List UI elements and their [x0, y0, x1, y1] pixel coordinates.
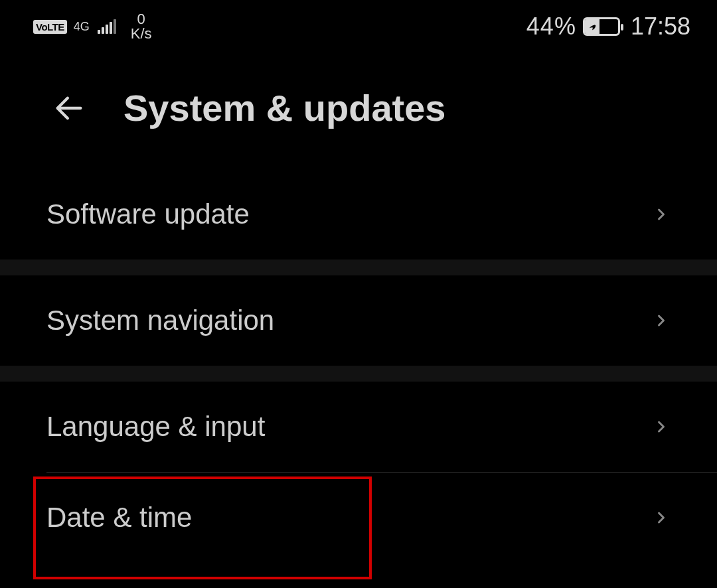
- page-header: System & updates: [0, 53, 717, 169]
- status-left: VoLTE 4G 0 K/s: [33, 12, 152, 41]
- network-speed: 0 K/s: [131, 12, 152, 41]
- signal-icon: [98, 19, 116, 34]
- settings-list: Software update System navigation Langua…: [0, 169, 717, 563]
- battery-icon: [583, 17, 620, 36]
- setting-system-navigation[interactable]: System navigation: [0, 275, 717, 366]
- chevron-right-icon: [652, 417, 671, 436]
- battery-percent: 44%: [526, 13, 576, 40]
- chevron-right-icon: [652, 311, 671, 330]
- speed-value: 0: [137, 12, 145, 27]
- arrow-left-icon: [52, 91, 86, 125]
- speed-unit: K/s: [131, 27, 152, 41]
- back-button[interactable]: [52, 91, 86, 125]
- setting-label: Software update: [46, 198, 250, 230]
- leaf-icon: [588, 22, 597, 31]
- setting-label: Date & time: [46, 502, 192, 534]
- setting-date-time[interactable]: Date & time: [0, 473, 717, 563]
- setting-label: Language & input: [46, 411, 265, 443]
- group-divider: [0, 366, 717, 382]
- network-type: 4G: [74, 21, 90, 33]
- status-right: 44% 17:58: [526, 13, 690, 40]
- chevron-right-icon: [652, 508, 671, 527]
- page-title: System & updates: [123, 86, 446, 129]
- setting-label: System navigation: [46, 305, 274, 336]
- setting-software-update[interactable]: Software update: [0, 169, 717, 259]
- clock-time: 17:58: [631, 13, 690, 40]
- group-divider: [0, 259, 717, 275]
- network-label: 4G: [74, 21, 90, 33]
- status-bar: VoLTE 4G 0 K/s 44% 17:58: [0, 0, 717, 53]
- setting-language-input[interactable]: Language & input: [0, 382, 717, 472]
- volte-badge: VoLTE: [33, 20, 67, 34]
- chevron-right-icon: [652, 205, 671, 224]
